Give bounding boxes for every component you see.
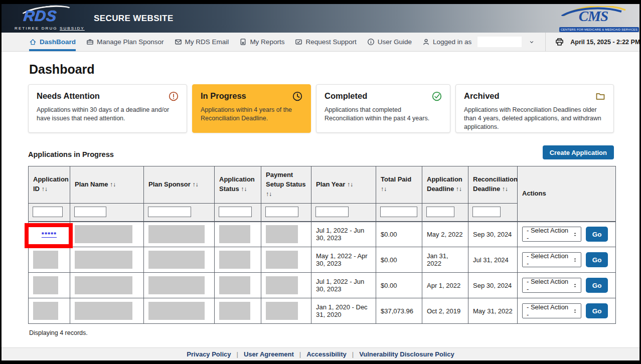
chevron-down-icon[interactable] (529, 39, 535, 45)
record-count: Displaying 4 records. (29, 329, 614, 336)
action-select[interactable]: - Select Action - (522, 227, 581, 242)
action-select[interactable]: - Select Action - (522, 303, 581, 318)
filter-input-total-paid[interactable] (380, 207, 417, 217)
alert-icon (169, 91, 179, 101)
go-button[interactable]: Go (586, 227, 608, 242)
nav-item-my-reports[interactable]: My Reports (239, 33, 284, 51)
main-content: Dashboard Needs AttentionApplications wi… (2, 52, 639, 347)
filter-input-plan-sponsor[interactable] (148, 207, 191, 217)
table-row: *****Jul 1, 2022 - Jun 30, 2023$0.00May … (29, 222, 616, 247)
sort-icon[interactable]: ↑↓ (381, 186, 387, 193)
chevron-down-icon[interactable] (529, 39, 535, 45)
sort-icon[interactable]: ↑↓ (456, 186, 462, 193)
table-row: Jul 1, 2022 - Jun 30, 2023$0.00Apr 1, 20… (29, 273, 616, 298)
nav-item-request-support[interactable]: Request Support (295, 33, 356, 51)
filter-cell (215, 203, 261, 222)
column-header-application-deadline[interactable]: Application Deadline ↑↓ (422, 166, 468, 204)
filter-cell (261, 203, 311, 222)
footer-link-separator: | (237, 350, 238, 358)
rds-logo-subtext: Retiree Drug Subsidy (15, 26, 85, 31)
redacted-cell (219, 251, 250, 269)
current-datetime: April 15, 2025 - 2:22 PM (570, 39, 640, 46)
application-deadline-cell: Oct 2, 2019 (422, 298, 468, 324)
print-icon[interactable] (555, 37, 564, 47)
sort-icon[interactable]: ↑↓ (241, 186, 247, 193)
action-select[interactable]: - Select Action - (522, 278, 581, 293)
column-header-plan-year[interactable]: Plan Year ↑↓ (311, 166, 376, 204)
column-header-plan-name[interactable]: Plan Name ↑↓ (70, 166, 144, 204)
sort-icon[interactable]: ↑↓ (110, 181, 116, 188)
application-id-link[interactable]: ***** (42, 231, 57, 238)
redacted-cell (148, 225, 205, 243)
table-row: Jan 1, 2020 - Dec 31, 2020$37,073.96Oct … (29, 298, 616, 324)
redacted-cell (148, 302, 205, 320)
redacted-cell (266, 225, 298, 243)
actions-cell: - Select Action -Go (518, 273, 616, 298)
filter-input-payment-setup-status[interactable] (265, 207, 298, 217)
go-button[interactable]: Go (586, 278, 608, 293)
card-needs-attention[interactable]: Needs AttentionApplications within 30 da… (28, 84, 187, 133)
go-button[interactable]: Go (586, 252, 608, 267)
application-id-cell (29, 247, 70, 273)
nav-item-manage-plan-sponsor[interactable]: Manage Plan Sponsor (86, 33, 164, 51)
sort-icon[interactable]: ↑↓ (266, 191, 272, 198)
filter-input-reconciliation-deadline[interactable] (472, 207, 501, 217)
updown-icon (572, 232, 578, 237)
support-icon (295, 38, 302, 46)
plan-year-cell: May 1, 2022 - Apr 30, 2023 (311, 247, 376, 273)
reconciliation-deadline-cell: Sep 30, 2024 (468, 273, 518, 298)
card-description: Applications within 30 days of a deadlin… (37, 106, 179, 123)
footer-link-accessibility[interactable]: Accessibility (306, 350, 347, 358)
column-header-application-status[interactable]: Application Status ↑↓ (215, 166, 261, 204)
card-in-progress[interactable]: In ProgressApplications within 4 years o… (192, 84, 311, 133)
card-archived[interactable]: ArchivedApplications with Reconciliation… (455, 84, 614, 133)
nav-item-label: My RDS Email (185, 38, 229, 46)
logged-in-user-select[interactable] (477, 37, 522, 47)
action-select-label: - Select Action - (527, 278, 572, 293)
report-icon (239, 38, 247, 46)
card-header: In Progress (201, 91, 302, 101)
go-button[interactable]: Go (586, 303, 608, 318)
filter-cell (29, 203, 70, 222)
column-header-payment-setup-status[interactable]: Payment Setup Status ↑↓ (261, 166, 311, 204)
nav-item-label: Request Support (305, 38, 356, 46)
clock-icon (292, 91, 302, 101)
footer-link-user-agreement[interactable]: User Agreement (244, 350, 294, 358)
card-completed[interactable]: CompletedApplications that completed Rec… (316, 84, 450, 133)
print-icon[interactable] (555, 37, 564, 47)
plan-year-cell: Jul 1, 2022 - Jun 30, 2023 (311, 273, 376, 298)
user-icon (422, 38, 430, 46)
filter-input-application-deadline[interactable] (426, 207, 454, 217)
reconciliation-deadline-cell: Sep 30, 2024 (468, 222, 518, 247)
filter-input-plan-year[interactable] (315, 207, 349, 217)
column-header-application-id[interactable]: Application ID ↑↓ (29, 166, 70, 204)
footer: Privacy Policy|User Agreement|Accessibil… (2, 347, 639, 360)
nav-item-dashboard[interactable]: DashBoard (29, 33, 76, 51)
create-application-button[interactable]: Create Application (543, 145, 614, 159)
footer-link-vulnerability-disclosure-policy[interactable]: Vulnerability Disclosure Policy (359, 350, 454, 358)
sort-icon[interactable]: ↑↓ (192, 181, 198, 188)
nav-item-my-rds-email[interactable]: My RDS Email (175, 33, 229, 51)
plan-name-cell (70, 273, 144, 298)
card-description: Applications that completed Reconciliati… (325, 106, 442, 123)
column-header-total-paid[interactable]: Total Paid ↑↓ (376, 166, 422, 204)
card-header: Archived (464, 91, 605, 101)
reconciliation-deadline-cell: Jul 31, 2024 (468, 247, 518, 273)
sort-icon[interactable]: ↑↓ (502, 186, 508, 193)
filter-input-plan-name[interactable] (74, 207, 106, 217)
plan-sponsor-cell (144, 222, 215, 247)
sort-icon[interactable]: ↑↓ (347, 181, 353, 188)
nav-item-logged-in-as[interactable]: Logged in as (422, 33, 535, 51)
column-header-plan-sponsor[interactable]: Plan Sponsor ↑↓ (144, 166, 215, 204)
updown-icon (572, 283, 578, 288)
sort-icon[interactable]: ↑↓ (42, 186, 48, 193)
primary-navigation: DashBoardManage Plan SponsorMy RDS Email… (2, 33, 639, 52)
footer-link-privacy-policy[interactable]: Privacy Policy (187, 350, 231, 358)
column-header-reconciliation-deadline[interactable]: Reconciliation Deadline ↑↓ (468, 166, 518, 204)
filter-input-application-status[interactable] (219, 207, 252, 217)
filter-input-application-id[interactable] (33, 207, 63, 217)
nav-item-user-guide[interactable]: User Guide (367, 33, 412, 51)
footer-link-separator: | (299, 350, 301, 358)
action-select[interactable]: - Select Action - (522, 252, 581, 267)
nav-item-label: User Guide (378, 38, 412, 46)
